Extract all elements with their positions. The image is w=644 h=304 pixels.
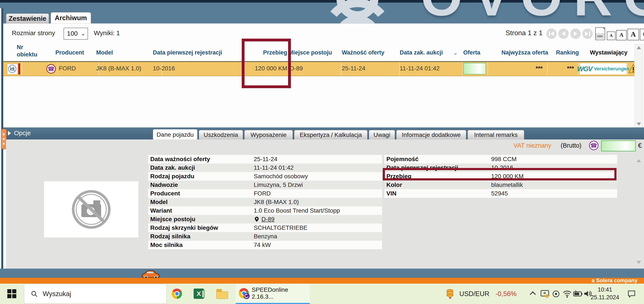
file-explorer-taskbar-icon[interactable] (216, 289, 228, 299)
col-header-nr-obiektu[interactable]: Nr obiektu (17, 43, 45, 58)
no-photo-thumbnail-icon (7, 64, 18, 74)
detail-row: Pojemność 998 CCM (384, 155, 617, 163)
clock-date: 25.11.2024 (590, 294, 620, 301)
vehicle-details-panel: VAT nieznany (Brutto) ☎ € Data ważności … (6, 139, 644, 269)
wifi-tray-icon[interactable] (562, 290, 572, 298)
bid-amount-input[interactable] (601, 140, 636, 151)
call-contact-icon[interactable]: ☎ (46, 64, 56, 74)
header-background (0, 2, 644, 23)
col-header-najwyzsza-oferta[interactable]: Najwyższa oferta (502, 49, 548, 56)
footer-background (0, 269, 644, 278)
first-page-button[interactable] (546, 28, 557, 39)
clock-time: 10:41 (590, 286, 620, 294)
cell-data-zak-aukcji: 11-11-24 01:42 (400, 65, 440, 72)
notification-center-icon[interactable] (627, 290, 636, 298)
font-size-medium-button[interactable]: A (616, 30, 626, 40)
currency-pair-label[interactable]: USD/EUR (460, 290, 490, 298)
tab-dane-pojazdu[interactable]: Dane pojazdu (153, 129, 198, 140)
taskbar-search-input[interactable]: Wyszukaj (24, 284, 166, 304)
tab-internal-remarks[interactable]: Internal remarks (468, 130, 524, 140)
page-size-select[interactable]: 100 ⌄ (64, 28, 88, 40)
font-size-small-button[interactable]: A (607, 31, 616, 40)
solera-orange-bar: a Solera company (0, 278, 644, 284)
tab-zestawienie[interactable]: Zestawienie (6, 13, 49, 23)
chrome-app-icon (239, 288, 249, 299)
refresh-button[interactable] (640, 29, 644, 40)
scroll-up-icon[interactable] (637, 46, 641, 49)
previous-page-button[interactable] (558, 28, 569, 39)
details-scroll-down-icon[interactable] (637, 261, 641, 264)
results-panel: Rozmiar strony 100 ⌄ Wyniki: 1 Strona 1 … (3, 23, 644, 128)
location-pin-icon (254, 217, 259, 222)
tab-wyposazenie[interactable]: Wyposażenie (244, 130, 293, 140)
currency-widget-icon[interactable] (445, 288, 456, 300)
page-size-label: Rozmiar strony (12, 29, 55, 37)
first-page-icon (549, 31, 550, 36)
csv-export-button[interactable]: csv (595, 27, 605, 40)
windows-taskbar: Wyszukaj X SPEEDonline 2.16.3... (0, 284, 644, 304)
parking-location-link[interactable]: D-89 (262, 215, 274, 224)
oferta-bid-input[interactable] (463, 63, 486, 74)
results-scrollbar[interactable] (634, 44, 643, 127)
vat-status-label: VAT nieznany (514, 142, 551, 149)
col-header-producent[interactable]: Producent (56, 49, 84, 56)
currency-change-label[interactable]: -0,56% (496, 290, 516, 298)
wgv-versicherungen-logo: WGV Versicherungen (580, 63, 626, 74)
solera-company-label: a Solera company (592, 278, 638, 284)
cell-waznosc-oferty: 25-11-24 (342, 65, 365, 72)
tab-archiwum[interactable]: Archiwum (51, 12, 91, 23)
detail-row: Rodzaj pojazdu Samochód osobowy (148, 172, 382, 181)
annotation-rect-przebieg-row (383, 168, 616, 180)
detail-row: Moc silnika 74 kW (148, 241, 382, 249)
excel-taskbar-icon[interactable]: X (194, 289, 204, 299)
results-count-label: Wyniki: 1 (94, 29, 120, 37)
display-sync-tray-icon[interactable] (540, 289, 550, 299)
details-scroll-up-icon[interactable] (637, 159, 641, 162)
previous-page-icon (562, 31, 565, 36)
col-header-wystawiajacy[interactable]: Wystawiający (590, 49, 628, 56)
options-label[interactable]: Opcje (14, 129, 31, 137)
row-status-bar (18, 63, 20, 74)
tab-uwagi[interactable]: Uwagi (369, 130, 395, 140)
detail-row: VIN 52945 (384, 189, 617, 198)
currency-symbol: € (638, 142, 642, 150)
page-size-value: 100 (64, 30, 78, 37)
windows-start-button[interactable] (7, 289, 16, 298)
cell-ranking: *** (549, 65, 574, 72)
taskbar-clock[interactable]: 10:41 25.11.2024 (590, 286, 620, 301)
tab-ekspertyza-kalkulacja[interactable]: Ekspertyza / Kalkulacja (294, 130, 368, 140)
col-header-data-zak-aukcji[interactable]: Data zak. aukcji (400, 49, 443, 56)
detail-row: Nadwozie Limuzyna, 5 Drzwi (148, 181, 382, 189)
col-header-miejsce-postoju[interactable]: Miejsce postoju (288, 49, 332, 56)
col-header-model[interactable]: Model (96, 49, 113, 56)
cell-miejsce-postoju: D-89 (290, 65, 303, 72)
tab-uszkodzenia[interactable]: Uszkodzenia (199, 130, 243, 140)
detail-row: Rodzaj silnika Benzyna (148, 232, 382, 241)
annotation-rect-przebieg-column (242, 39, 291, 88)
col-header-ranking[interactable]: Ranking (556, 49, 579, 56)
detail-row: Producent FORD (148, 189, 382, 198)
chrome-taskbar-icon[interactable] (172, 289, 182, 299)
detail-row: Data ważności oferty 25-11-24 (148, 155, 382, 163)
last-page-button[interactable] (582, 28, 593, 39)
col-header-data-pierwszej[interactable]: Data pierwszej rejestracji (153, 49, 222, 56)
speedonline-app-button[interactable]: SPEEDonline 2.16.3... (236, 284, 310, 304)
app-button-label: SPEEDonline 2.16.3... (252, 287, 310, 300)
chevron-down-icon: ⌄ (81, 28, 86, 39)
col-header-oferta[interactable]: Oferta (463, 49, 480, 56)
next-page-button[interactable] (570, 28, 581, 39)
battery-tray-icon[interactable] (573, 290, 583, 297)
font-size-large-button[interactable]: A (628, 29, 639, 40)
vat-brutto-label: (Brutto) (561, 142, 582, 149)
call-seller-icon[interactable]: ☎ (589, 141, 598, 150)
cell-data-pierwszej: 10-2016 (153, 65, 175, 72)
tray-overflow-chevron-icon[interactable] (530, 291, 536, 297)
window-top-edge (0, 0, 644, 2)
result-row[interactable]: ☎ FORD JK8 (B-MAX 1.0) 10-2016 120 000 K… (3, 61, 634, 76)
sort-desc-icon[interactable]: ⌄ (453, 49, 458, 56)
col-header-waznosc-oferty[interactable]: Ważność oferty (342, 49, 384, 56)
meet-now-tray-icon[interactable] (552, 290, 560, 298)
options-expand-icon[interactable] (8, 131, 11, 136)
scroll-down-icon[interactable] (637, 122, 641, 125)
tab-informacje-dodatkowe[interactable]: Informacje dodatkowe (396, 130, 466, 140)
